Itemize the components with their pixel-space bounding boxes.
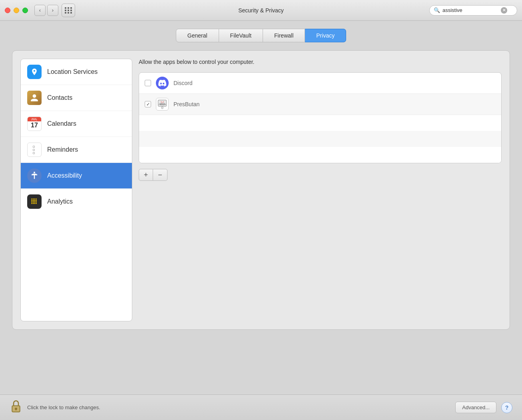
svg-point-5: [31, 200, 32, 201]
location-icon: [27, 65, 42, 79]
sidebar-item-calendars[interactable]: JUL 17 Calendars: [21, 111, 132, 137]
add-app-button[interactable]: +: [139, 169, 153, 181]
search-bar: 🔍 ✕: [429, 5, 517, 16]
sidebar-label-calendars: Calendars: [47, 120, 76, 127]
svg-point-0: [34, 172, 35, 173]
svg-point-12: [36, 202, 37, 203]
sidebar-item-analytics[interactable]: Analytics: [21, 189, 132, 214]
sidebar-label-reminders: Reminders: [47, 146, 78, 153]
sidebar-item-location-services[interactable]: Location Services: [21, 59, 132, 85]
svg-point-1: [31, 198, 32, 200]
sidebar-item-reminders[interactable]: Reminders: [21, 137, 132, 163]
svg-point-10: [33, 202, 34, 203]
advanced-button[interactable]: Advanced...: [455, 402, 496, 413]
tab-privacy[interactable]: Privacy: [305, 29, 346, 42]
app-item-presbutan: return PresButan: [139, 94, 501, 115]
svg-point-16: [36, 203, 37, 204]
tab-general[interactable]: General: [176, 29, 219, 42]
svg-text:return: return: [159, 103, 166, 105]
maximize-button[interactable]: [22, 8, 28, 13]
remove-app-button[interactable]: −: [153, 169, 167, 181]
app-item-discord: Discord: [139, 73, 501, 94]
titlebar: ‹ › Security & Privacy 🔍 ✕: [0, 0, 522, 21]
bottom-right-buttons: Advanced... ?: [455, 402, 512, 413]
svg-point-22: [161, 101, 161, 103]
calendars-icon: JUL 17: [27, 117, 42, 131]
svg-point-23: [163, 101, 164, 103]
lock-icon[interactable]: [10, 398, 22, 416]
search-input[interactable]: [442, 7, 498, 13]
contacts-icon: [27, 91, 42, 105]
discord-icon: [156, 77, 169, 89]
help-button[interactable]: ?: [501, 402, 512, 413]
right-description: Allow the apps below to control your com…: [139, 59, 502, 65]
reminders-icon: [27, 143, 42, 157]
spacer-row-1: [139, 115, 501, 131]
app-name-presbutan: PresButan: [173, 101, 199, 107]
main-content: General FileVault Firewall Privacy Locat…: [0, 21, 522, 338]
tab-filevault[interactable]: FileVault: [219, 29, 263, 42]
spacer-row-2: [139, 131, 501, 147]
forward-button[interactable]: ›: [47, 5, 58, 16]
window-title: Security & Privacy: [238, 7, 284, 14]
spacer-row-3: [139, 147, 501, 163]
right-panel: Allow the apps below to control your com…: [139, 59, 502, 321]
tab-firewall[interactable]: Firewall: [263, 29, 305, 42]
accessibility-icon: [27, 168, 42, 183]
app-name-discord: Discord: [173, 80, 192, 86]
minimize-button[interactable]: [14, 8, 19, 13]
list-action-buttons: + −: [139, 169, 502, 181]
search-icon: 🔍: [434, 7, 440, 13]
svg-point-9: [31, 202, 32, 203]
sidebar-label-location-services: Location Services: [47, 68, 98, 75]
app-checkbox-presbutan[interactable]: [145, 101, 151, 107]
svg-point-15: [34, 203, 36, 204]
app-checkbox-discord[interactable]: [145, 80, 151, 86]
privacy-panel: Location Services Contacts JUL 17 Calend…: [12, 50, 510, 330]
svg-point-11: [34, 202, 36, 203]
tab-bar: General FileVault Firewall Privacy: [12, 29, 510, 42]
close-button[interactable]: [5, 8, 10, 13]
analytics-icon: [27, 194, 42, 209]
sidebar-label-contacts: Contacts: [47, 94, 72, 101]
sidebar-label-accessibility: Accessibility: [47, 172, 82, 179]
search-clear-button[interactable]: ✕: [501, 7, 507, 14]
svg-point-21: [161, 107, 163, 109]
grid-icon: [65, 7, 72, 14]
sidebar-item-contacts[interactable]: Contacts: [21, 85, 132, 111]
svg-point-8: [36, 200, 37, 201]
svg-point-14: [33, 203, 34, 204]
svg-point-6: [33, 200, 34, 201]
apps-list: Discord return: [139, 72, 502, 163]
lock-text: Click the lock to make changes.: [27, 404, 100, 410]
svg-rect-27: [16, 409, 16, 410]
sidebar-label-analytics: Analytics: [47, 198, 73, 205]
svg-point-2: [33, 198, 34, 200]
svg-point-13: [31, 203, 32, 204]
svg-point-7: [34, 200, 36, 201]
traffic-lights: [5, 8, 28, 13]
presbutan-icon: return: [156, 98, 169, 111]
privacy-sidebar: Location Services Contacts JUL 17 Calend…: [20, 59, 132, 321]
svg-point-4: [36, 198, 37, 200]
sidebar-item-accessibility[interactable]: Accessibility: [21, 163, 132, 189]
svg-point-3: [34, 198, 36, 200]
nav-buttons: ‹ ›: [34, 5, 58, 16]
apps-grid-button[interactable]: [62, 4, 75, 17]
back-button[interactable]: ‹: [34, 5, 46, 16]
bottom-bar: Click the lock to make changes. Advanced…: [0, 394, 522, 420]
